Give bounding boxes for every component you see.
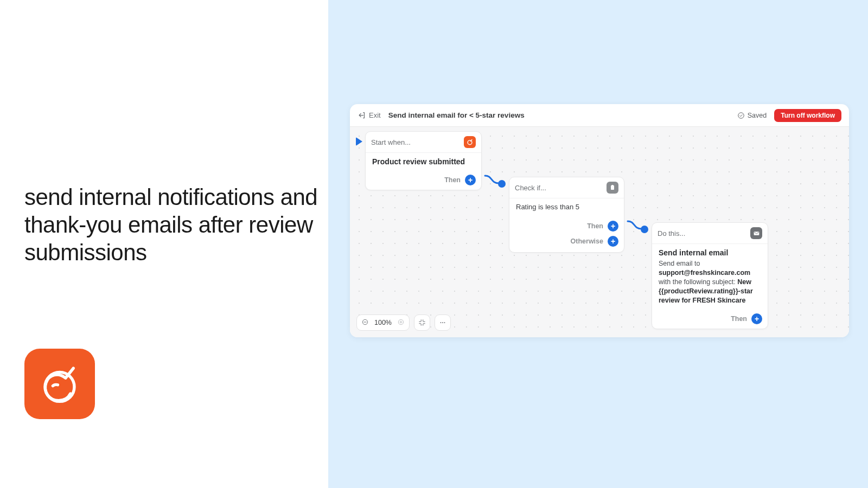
left-panel: send internal notifications and thank-yo… (0, 0, 328, 488)
email-icon (750, 227, 762, 239)
then-label: Then (444, 176, 461, 184)
action-title: Send internal email (659, 248, 761, 257)
saved-label: Saved (748, 112, 767, 119)
exit-button[interactable]: Exit (358, 111, 381, 119)
connector-1-2 (482, 170, 509, 190)
trigger-node-header: Start when... (366, 132, 481, 152)
action-description: Send email to support@freshskincare.com … (659, 259, 761, 305)
then-label: Then (587, 222, 603, 230)
zoom-out-button[interactable] (361, 318, 369, 328)
zoom-level-label: 100% (374, 319, 392, 326)
exit-icon (358, 111, 366, 119)
then-label: Then (731, 315, 747, 323)
action-header-label: Do this... (658, 229, 685, 237)
condition-node-header: Check if... (509, 177, 624, 198)
check-circle-icon (737, 112, 745, 119)
svg-point-8 (441, 322, 442, 323)
zoom-in-button[interactable] (397, 318, 405, 328)
trigger-header-label: Start when... (371, 138, 411, 146)
svg-rect-4 (612, 185, 614, 186)
svg-point-10 (444, 322, 445, 323)
condition-header-label: Check if... (515, 184, 546, 192)
turn-off-workflow-button[interactable]: Turn off workflow (774, 109, 841, 122)
connector-dot (641, 226, 648, 233)
fit-view-button[interactable] (414, 314, 430, 331)
trigger-node-footer: Then + (366, 171, 481, 190)
svg-rect-5 (754, 232, 759, 235)
svg-point-1 (738, 112, 744, 118)
marketing-headline: send internal notifications and thank-yo… (24, 183, 328, 267)
add-otherwise-step-button[interactable]: + (608, 236, 618, 247)
dots-icon (439, 319, 446, 326)
condition-node-body: Rating is less than 5 (509, 198, 624, 216)
exit-label: Exit (369, 111, 381, 119)
workflow-title: Send internal email for < 5-star reviews (388, 111, 525, 119)
workflow-canvas[interactable]: Start when... Product review submitted T… (350, 127, 849, 337)
condition-rule-label: Rating is less than 5 (516, 203, 617, 211)
action-node-body: Send internal email Send email to suppor… (652, 243, 768, 310)
topbar: Exit Send internal email for < 5-star re… (350, 104, 849, 127)
trigger-node-body: Product review submitted (366, 152, 481, 171)
right-panel: Exit Send internal email for < 5-star re… (328, 0, 868, 488)
condition-then-row: Then + (509, 216, 624, 235)
svg-point-2 (468, 140, 472, 145)
app-badge-icon (464, 136, 476, 148)
more-options-button[interactable] (435, 314, 451, 331)
action-node-header: Do this... (652, 223, 768, 243)
add-then-step-button[interactable]: + (608, 221, 618, 232)
compress-icon (418, 319, 426, 326)
svg-point-9 (442, 322, 443, 323)
add-step-button[interactable]: + (465, 175, 476, 185)
workflow-editor-window: Exit Send internal email for < 5-star re… (350, 104, 849, 337)
zoom-controls: 100% (356, 314, 451, 331)
svg-point-0 (45, 372, 74, 401)
connector-2-3 (624, 216, 652, 235)
action-node-footer: Then + (652, 310, 768, 329)
condition-node[interactable]: Check if... Rating is less than 5 Then +… (509, 177, 624, 253)
start-play-icon (356, 137, 362, 146)
otherwise-label: Otherwise (571, 237, 603, 245)
add-next-step-button[interactable]: + (751, 313, 762, 324)
condition-otherwise-row: Otherwise + (509, 235, 624, 252)
clipboard-icon (607, 182, 618, 194)
trigger-node[interactable]: Start when... Product review submitted T… (365, 131, 482, 190)
brand-logo (24, 349, 95, 419)
action-node[interactable]: Do this... Send internal email Send emai… (652, 222, 768, 329)
connector-dot (498, 180, 506, 188)
trigger-event-label: Product review submitted (372, 157, 475, 166)
unicorn-icon (35, 359, 84, 408)
zoom-level-pill: 100% (356, 314, 410, 331)
saved-status: Saved (737, 112, 767, 119)
svg-rect-3 (611, 185, 614, 190)
